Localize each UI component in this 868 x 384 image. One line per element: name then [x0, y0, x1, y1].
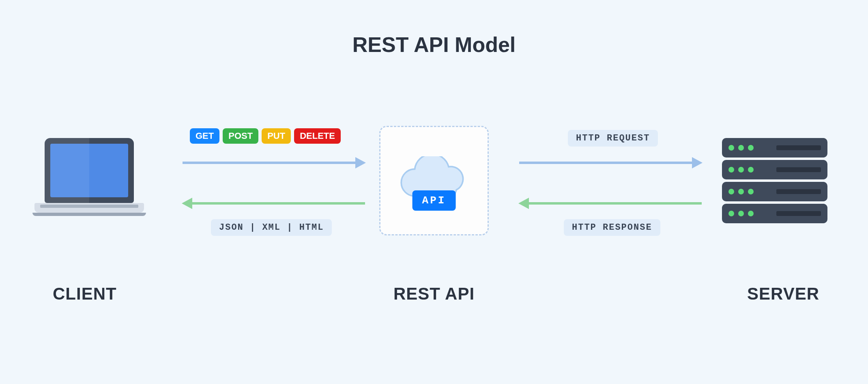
- client-node: [28, 138, 150, 216]
- http-response-chip: HTTP RESPONSE: [564, 219, 660, 236]
- client-label: CLIENT: [53, 284, 117, 304]
- arrow-client-to-api: [183, 162, 357, 164]
- laptop-icon: [32, 138, 146, 216]
- method-put: PUT: [262, 128, 291, 144]
- server-rack-icon: [722, 138, 827, 223]
- diagram-title: REST API Model: [352, 32, 516, 57]
- arrow-api-to-server: [519, 162, 694, 164]
- http-request-chip: HTTP REQUEST: [568, 130, 658, 147]
- server-label: SERVER: [747, 284, 819, 304]
- api-badge: API: [413, 190, 456, 211]
- arrow-api-to-client: [191, 202, 365, 205]
- http-methods-group: GET POST PUT DELETE: [190, 128, 341, 144]
- rest-api-node: API: [379, 126, 489, 235]
- server-node: [718, 138, 831, 226]
- method-delete: DELETE: [294, 128, 341, 144]
- rest-api-label: REST API: [393, 284, 475, 304]
- response-formats-chip: JSON | XML | HTML: [211, 219, 332, 236]
- method-get: GET: [190, 128, 219, 144]
- method-post: POST: [223, 128, 258, 144]
- arrow-server-to-api: [527, 202, 702, 205]
- cloud-icon: API: [395, 156, 473, 205]
